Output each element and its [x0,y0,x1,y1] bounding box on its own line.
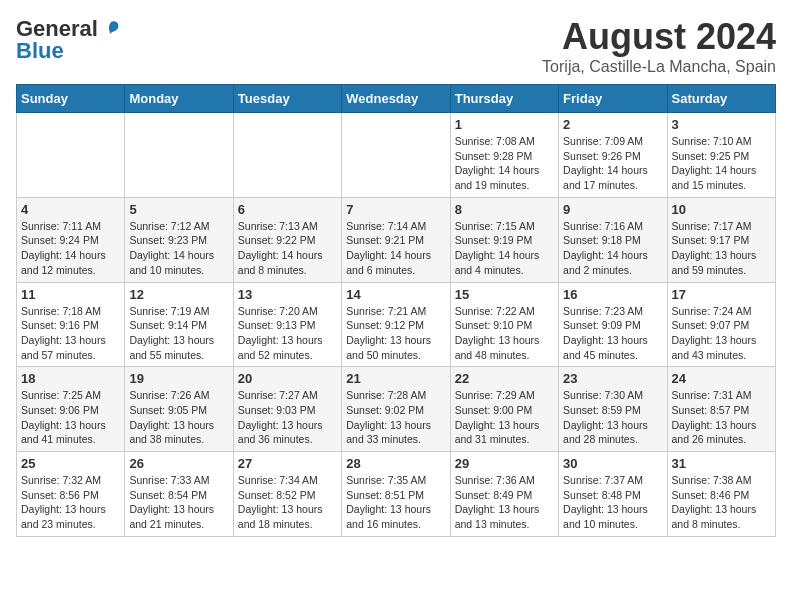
day-info: Sunrise: 7:23 AMSunset: 9:09 PMDaylight:… [563,304,662,363]
calendar-cell: 26Sunrise: 7:33 AMSunset: 8:54 PMDayligh… [125,452,233,537]
day-number: 29 [455,456,554,471]
day-info: Sunrise: 7:36 AMSunset: 8:49 PMDaylight:… [455,473,554,532]
day-number: 19 [129,371,228,386]
day-number: 11 [21,287,120,302]
day-number: 14 [346,287,445,302]
day-number: 23 [563,371,662,386]
calendar-week-1: 1Sunrise: 7:08 AMSunset: 9:28 PMDaylight… [17,113,776,198]
weekday-header-tuesday: Tuesday [233,85,341,113]
calendar-week-4: 18Sunrise: 7:25 AMSunset: 9:06 PMDayligh… [17,367,776,452]
day-info: Sunrise: 7:15 AMSunset: 9:19 PMDaylight:… [455,219,554,278]
page-header: General Blue August 2024 Torija, Castill… [16,16,776,76]
calendar-cell: 22Sunrise: 7:29 AMSunset: 9:00 PMDayligh… [450,367,558,452]
day-number: 13 [238,287,337,302]
calendar-week-5: 25Sunrise: 7:32 AMSunset: 8:56 PMDayligh… [17,452,776,537]
day-info: Sunrise: 7:38 AMSunset: 8:46 PMDaylight:… [672,473,771,532]
day-number: 16 [563,287,662,302]
calendar-cell: 31Sunrise: 7:38 AMSunset: 8:46 PMDayligh… [667,452,775,537]
logo: General Blue [16,16,122,64]
day-info: Sunrise: 7:13 AMSunset: 9:22 PMDaylight:… [238,219,337,278]
day-number: 22 [455,371,554,386]
calendar-cell: 12Sunrise: 7:19 AMSunset: 9:14 PMDayligh… [125,282,233,367]
day-number: 30 [563,456,662,471]
weekday-header-saturday: Saturday [667,85,775,113]
day-number: 4 [21,202,120,217]
day-number: 25 [21,456,120,471]
day-number: 3 [672,117,771,132]
calendar-week-3: 11Sunrise: 7:18 AMSunset: 9:16 PMDayligh… [17,282,776,367]
day-info: Sunrise: 7:14 AMSunset: 9:21 PMDaylight:… [346,219,445,278]
day-number: 21 [346,371,445,386]
page-subtitle: Torija, Castille-La Mancha, Spain [542,58,776,76]
calendar-cell: 27Sunrise: 7:34 AMSunset: 8:52 PMDayligh… [233,452,341,537]
day-number: 27 [238,456,337,471]
calendar-cell: 1Sunrise: 7:08 AMSunset: 9:28 PMDaylight… [450,113,558,198]
calendar-cell: 28Sunrise: 7:35 AMSunset: 8:51 PMDayligh… [342,452,450,537]
day-info: Sunrise: 7:18 AMSunset: 9:16 PMDaylight:… [21,304,120,363]
day-info: Sunrise: 7:31 AMSunset: 8:57 PMDaylight:… [672,388,771,447]
calendar-cell: 15Sunrise: 7:22 AMSunset: 9:10 PMDayligh… [450,282,558,367]
calendar-cell: 16Sunrise: 7:23 AMSunset: 9:09 PMDayligh… [559,282,667,367]
calendar-body: 1Sunrise: 7:08 AMSunset: 9:28 PMDaylight… [17,113,776,537]
logo-blue-text: Blue [16,38,64,64]
calendar-cell [17,113,125,198]
day-info: Sunrise: 7:11 AMSunset: 9:24 PMDaylight:… [21,219,120,278]
weekday-header-friday: Friday [559,85,667,113]
day-number: 9 [563,202,662,217]
day-info: Sunrise: 7:29 AMSunset: 9:00 PMDaylight:… [455,388,554,447]
weekday-header-wednesday: Wednesday [342,85,450,113]
day-info: Sunrise: 7:32 AMSunset: 8:56 PMDaylight:… [21,473,120,532]
calendar-cell: 19Sunrise: 7:26 AMSunset: 9:05 PMDayligh… [125,367,233,452]
calendar-cell: 29Sunrise: 7:36 AMSunset: 8:49 PMDayligh… [450,452,558,537]
calendar-week-2: 4Sunrise: 7:11 AMSunset: 9:24 PMDaylight… [17,197,776,282]
day-number: 15 [455,287,554,302]
calendar-cell: 8Sunrise: 7:15 AMSunset: 9:19 PMDaylight… [450,197,558,282]
calendar-cell: 25Sunrise: 7:32 AMSunset: 8:56 PMDayligh… [17,452,125,537]
day-number: 20 [238,371,337,386]
calendar-cell: 9Sunrise: 7:16 AMSunset: 9:18 PMDaylight… [559,197,667,282]
day-number: 10 [672,202,771,217]
calendar-cell: 20Sunrise: 7:27 AMSunset: 9:03 PMDayligh… [233,367,341,452]
calendar-cell [125,113,233,198]
day-number: 18 [21,371,120,386]
day-number: 6 [238,202,337,217]
day-info: Sunrise: 7:26 AMSunset: 9:05 PMDaylight:… [129,388,228,447]
weekday-header-monday: Monday [125,85,233,113]
day-info: Sunrise: 7:16 AMSunset: 9:18 PMDaylight:… [563,219,662,278]
day-info: Sunrise: 7:37 AMSunset: 8:48 PMDaylight:… [563,473,662,532]
calendar-cell: 24Sunrise: 7:31 AMSunset: 8:57 PMDayligh… [667,367,775,452]
calendar-cell [342,113,450,198]
day-info: Sunrise: 7:30 AMSunset: 8:59 PMDaylight:… [563,388,662,447]
day-number: 24 [672,371,771,386]
day-number: 26 [129,456,228,471]
day-number: 31 [672,456,771,471]
calendar-cell: 2Sunrise: 7:09 AMSunset: 9:26 PMDaylight… [559,113,667,198]
day-info: Sunrise: 7:19 AMSunset: 9:14 PMDaylight:… [129,304,228,363]
day-info: Sunrise: 7:08 AMSunset: 9:28 PMDaylight:… [455,134,554,193]
day-info: Sunrise: 7:33 AMSunset: 8:54 PMDaylight:… [129,473,228,532]
day-info: Sunrise: 7:34 AMSunset: 8:52 PMDaylight:… [238,473,337,532]
day-info: Sunrise: 7:20 AMSunset: 9:13 PMDaylight:… [238,304,337,363]
day-info: Sunrise: 7:09 AMSunset: 9:26 PMDaylight:… [563,134,662,193]
weekday-header-thursday: Thursday [450,85,558,113]
calendar-cell: 18Sunrise: 7:25 AMSunset: 9:06 PMDayligh… [17,367,125,452]
calendar-cell: 14Sunrise: 7:21 AMSunset: 9:12 PMDayligh… [342,282,450,367]
calendar-cell: 4Sunrise: 7:11 AMSunset: 9:24 PMDaylight… [17,197,125,282]
day-number: 8 [455,202,554,217]
calendar-cell: 5Sunrise: 7:12 AMSunset: 9:23 PMDaylight… [125,197,233,282]
day-number: 1 [455,117,554,132]
calendar-cell: 13Sunrise: 7:20 AMSunset: 9:13 PMDayligh… [233,282,341,367]
day-number: 12 [129,287,228,302]
page-title: August 2024 [542,16,776,58]
calendar-cell: 21Sunrise: 7:28 AMSunset: 9:02 PMDayligh… [342,367,450,452]
day-number: 7 [346,202,445,217]
day-info: Sunrise: 7:21 AMSunset: 9:12 PMDaylight:… [346,304,445,363]
calendar-header: SundayMondayTuesdayWednesdayThursdayFrid… [17,85,776,113]
calendar-cell [233,113,341,198]
weekday-header-row: SundayMondayTuesdayWednesdayThursdayFrid… [17,85,776,113]
day-info: Sunrise: 7:25 AMSunset: 9:06 PMDaylight:… [21,388,120,447]
calendar-cell: 17Sunrise: 7:24 AMSunset: 9:07 PMDayligh… [667,282,775,367]
day-number: 5 [129,202,228,217]
day-info: Sunrise: 7:28 AMSunset: 9:02 PMDaylight:… [346,388,445,447]
calendar-cell: 3Sunrise: 7:10 AMSunset: 9:25 PMDaylight… [667,113,775,198]
